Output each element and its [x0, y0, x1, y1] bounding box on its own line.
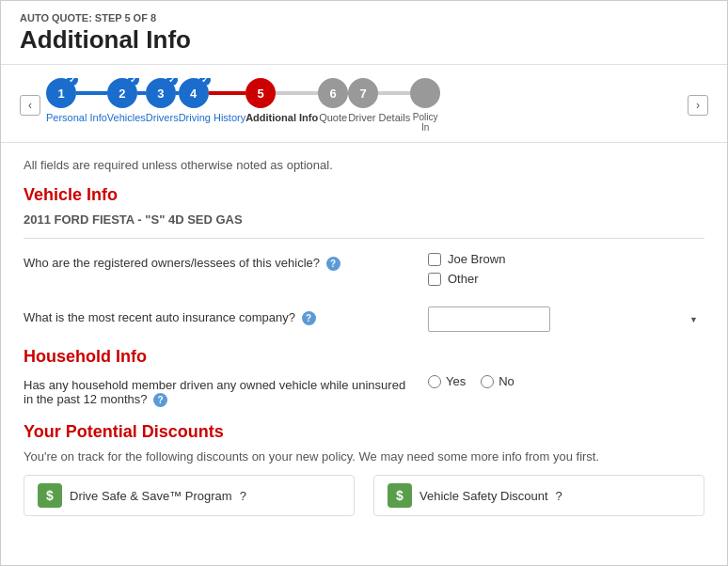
- step-2[interactable]: 2 ✓ Vehicles: [107, 78, 146, 123]
- q1-label-1: Joe Brown: [448, 252, 505, 266]
- insurance-company-select[interactable]: State Farm GEICO Progressive Allstate Ot…: [428, 307, 550, 332]
- step-line-5: [276, 91, 318, 95]
- step-label-5: Additional Info: [245, 112, 318, 123]
- step-line-7: [378, 91, 410, 95]
- q1-help-icon[interactable]: ?: [326, 257, 340, 271]
- step-4[interactable]: 4 ✓ Driving History: [179, 78, 246, 123]
- household-q1-yes-label: Yes: [446, 374, 466, 388]
- step-1[interactable]: 1 ✓ Personal Info: [46, 78, 107, 123]
- q1-option-1[interactable]: Joe Brown: [428, 252, 704, 266]
- step-circle-7: 7: [348, 78, 378, 108]
- discount-cards: $ Drive Safe & Save™ Program ? $ Vehicle…: [24, 475, 704, 516]
- discounts-section: Your Potential Discounts You're on track…: [24, 422, 704, 516]
- required-note: All fields are required unless otherwise…: [24, 158, 704, 172]
- step-circle-8: [410, 78, 440, 108]
- discount-label-1: Drive Safe & Save™ Program: [70, 489, 232, 503]
- household-info-section: Household Info Has any household member …: [24, 347, 704, 407]
- household-info-title: Household Info: [24, 347, 704, 367]
- step-line-1: [76, 91, 107, 95]
- discount-help-2[interactable]: ?: [556, 489, 562, 503]
- q2-question: What is the most recent auto insurance c…: [24, 307, 428, 325]
- household-q1-question: Has any household member driven any owne…: [24, 374, 428, 407]
- stepper: ‹ 1 ✓ Personal Info 2 ✓: [1, 65, 727, 143]
- discount-help-1[interactable]: ?: [240, 489, 246, 503]
- header: AUTO QUOTE: STEP 5 OF 8 Additional Info: [1, 1, 727, 65]
- discounts-title: Your Potential Discounts: [24, 422, 704, 442]
- household-q1-no[interactable]: No: [481, 374, 514, 388]
- step-line-4: [209, 91, 246, 95]
- step-circle-3: 3 ✓: [146, 78, 176, 108]
- step-label-1: Personal Info: [46, 112, 107, 123]
- q2-answer: State Farm GEICO Progressive Allstate Ot…: [428, 307, 704, 332]
- step-circle-1: 1 ✓: [46, 78, 76, 108]
- discount-intro: You're on track for the following discou…: [24, 449, 704, 464]
- q1-label-2: Other: [448, 272, 479, 286]
- step-check-4: ✓: [199, 78, 211, 86]
- household-q1-yes-radio[interactable]: [428, 375, 441, 388]
- step-6[interactable]: 6 Quote: [318, 78, 348, 123]
- step-3[interactable]: 3 ✓ Drivers: [146, 78, 179, 123]
- prev-arrow[interactable]: ‹: [20, 95, 40, 116]
- next-arrow[interactable]: ›: [688, 95, 708, 116]
- step-check-1: ✓: [67, 78, 78, 86]
- vehicle-info-title: Vehicle Info: [24, 185, 704, 205]
- household-q1-answer: Yes No: [428, 374, 704, 388]
- step-label: AUTO QUOTE: STEP 5 OF 8: [20, 12, 708, 24]
- discount-card-2: $ Vehicle Safety Discount ?: [373, 475, 704, 516]
- household-q1-no-radio[interactable]: [481, 375, 494, 388]
- household-q1-yes[interactable]: Yes: [428, 374, 466, 388]
- household-q1-no-label: No: [499, 374, 514, 388]
- q1-checkbox-1[interactable]: [428, 253, 441, 266]
- household-q1-radio-group: Yes No: [428, 374, 704, 388]
- q2-select-wrapper: State Farm GEICO Progressive Allstate Ot…: [428, 307, 704, 332]
- step-label-3: Drivers: [146, 112, 179, 123]
- step-circle-6: 6: [318, 78, 348, 108]
- discount-icon-2: $: [388, 483, 412, 508]
- q2-help-icon[interactable]: ?: [302, 311, 316, 325]
- step-circle-4: 4 ✓: [179, 78, 209, 108]
- divider-1: [24, 238, 704, 239]
- step-label-7: Driver Details: [348, 112, 410, 123]
- step-5[interactable]: 5 Additional Info: [245, 78, 318, 123]
- step-circle-2: 2 ✓: [107, 78, 137, 108]
- discount-icon-1: $: [38, 483, 62, 508]
- vehicle-info-section: Vehicle Info 2011 FORD FIESTA - "S" 4D S…: [24, 185, 704, 332]
- step-line-2: [137, 91, 146, 95]
- step-7[interactable]: 7 Driver Details: [348, 78, 410, 123]
- discount-card-1: $ Drive Safe & Save™ Program ?: [24, 475, 355, 516]
- q2-row: What is the most recent auto insurance c…: [24, 307, 704, 332]
- household-q1-help-icon[interactable]: ?: [153, 393, 167, 407]
- q1-checkbox-2[interactable]: [428, 273, 441, 286]
- q1-option-2[interactable]: Other: [428, 272, 704, 286]
- step-label-6: Quote: [319, 112, 347, 123]
- vehicle-name: 2011 FORD FIESTA - "S" 4D SED GAS: [24, 212, 704, 227]
- step-check-2: ✓: [128, 78, 139, 86]
- step-label-2: Vehicles: [107, 112, 146, 123]
- household-q1-row: Has any household member driven any owne…: [24, 374, 704, 407]
- step-8[interactable]: PolicyIn: [410, 78, 440, 133]
- q1-question: Who are the registered owners/lessees of…: [24, 252, 428, 271]
- discount-label-2: Vehicle Safety Discount: [419, 489, 548, 503]
- stepper-steps: 1 ✓ Personal Info 2 ✓ Vehicles: [40, 78, 688, 133]
- main-content: All fields are required unless otherwise…: [1, 143, 727, 531]
- step-label-8: PolicyIn: [413, 112, 438, 133]
- q1-row: Who are the registered owners/lessees of…: [24, 252, 704, 291]
- step-check-3: ✓: [166, 78, 178, 86]
- step-circle-5: 5: [245, 78, 276, 108]
- q1-answer: Joe Brown Other: [428, 252, 704, 291]
- step-label-4: Driving History: [179, 112, 246, 123]
- page-title: Additional Info: [20, 25, 708, 55]
